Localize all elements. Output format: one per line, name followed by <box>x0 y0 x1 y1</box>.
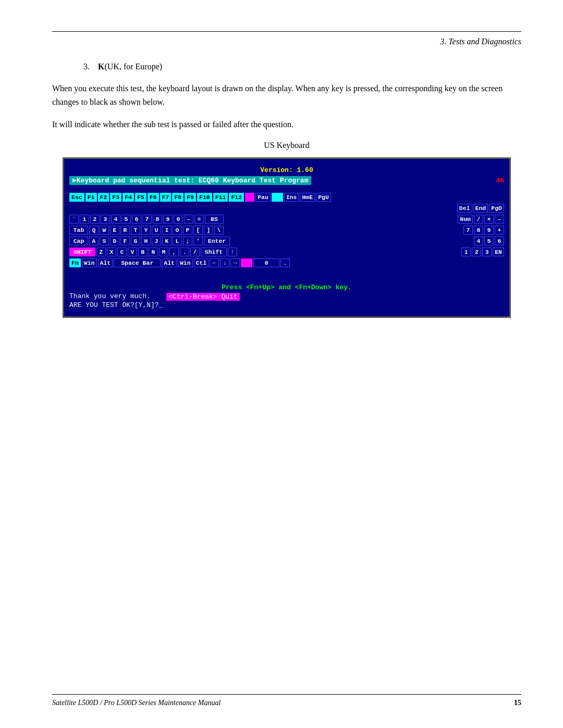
page-number: 15 <box>514 699 521 707</box>
item-rest: (UK, for Europe) <box>104 62 162 71</box>
thank-you-text: Thank you very much. <box>69 292 151 300</box>
key-d: D <box>110 237 119 245</box>
key-pgu: PgU <box>316 193 331 202</box>
key-m: M <box>159 248 168 256</box>
item-key: K <box>98 62 104 71</box>
key-enter: Enter <box>204 237 230 245</box>
key-0: 0 <box>174 215 183 224</box>
key-quote: ' <box>193 237 203 245</box>
item-number: 3. <box>83 62 90 71</box>
key-e: E <box>110 226 119 235</box>
key-f1: F1 <box>85 193 97 202</box>
key-cap: Cap <box>69 237 88 245</box>
key-i: I <box>162 226 172 235</box>
press-text: Press <Fn+Up> and <Fn+Down> key. <box>222 283 352 291</box>
key-shift-left: SHIFT <box>69 248 95 256</box>
key-f3: F3 <box>110 193 121 202</box>
key-j: J <box>152 237 161 245</box>
key-f2: F2 <box>98 193 109 202</box>
para1: When you execute this test, the keyboard… <box>52 82 521 108</box>
key-scr <box>272 193 283 202</box>
key-numdot: . <box>280 258 290 267</box>
key-9: 9 <box>163 215 173 224</box>
footer-manual: Satellite L500D / Pro L500D Series Maint… <box>52 699 221 707</box>
key-blank1 <box>245 193 254 202</box>
key-f10: F10 <box>197 193 212 202</box>
key-f7: F7 <box>160 193 172 202</box>
key-slash: / <box>190 248 200 256</box>
key-num0: 0 <box>253 258 279 267</box>
key-g: G <box>131 237 140 245</box>
keyboard-row-bottom: Fn Win Alt Space Bar Alt Win Ctl ← ↓ → 0… <box>69 258 504 267</box>
list-item-3: 3. K(UK, for Europe) <box>83 62 521 71</box>
key-esc: Esc <box>69 193 84 202</box>
key-5: 5 <box>121 215 131 224</box>
keyboard-row-tab: Tab Q W E R T Y U I O P [ ] \ 7 8 9 + <box>69 226 504 235</box>
key-3: 3 <box>101 215 110 224</box>
key-p: P <box>183 226 192 235</box>
key-f11: F11 <box>213 193 228 202</box>
key-alt-right: Alt <box>162 258 177 267</box>
key-rbracket: ] <box>204 226 213 235</box>
key-period: . <box>180 248 189 256</box>
key-ins: Ins <box>284 193 299 202</box>
key-numslash: / <box>474 215 483 224</box>
key-numstar: × <box>484 215 494 224</box>
key-f12: F12 <box>229 193 244 202</box>
key-pau: Pau <box>255 193 271 202</box>
badge: 46 <box>496 177 504 184</box>
key-left: ← <box>210 258 219 267</box>
subtitle-text: ►Keyboard pad sequential test: ECQ60 Key… <box>69 176 311 185</box>
key-num9: 9 <box>484 226 494 235</box>
footer-area: Satellite L500D / Pro L500D Series Maint… <box>52 694 521 707</box>
key-n: N <box>149 248 158 256</box>
key-spacer2 <box>225 229 462 230</box>
key-equals: = <box>194 215 204 224</box>
dos-bottom: Press <Fn+Up> and <Fn+Down> key. <box>69 283 504 291</box>
key-w: W <box>100 226 109 235</box>
key-spacer3 <box>231 240 473 241</box>
key-y: Y <box>141 226 151 235</box>
thank-ctrl-row: Thank you very much. <Ctrl-Break> Quit <box>69 292 504 301</box>
chapter-title: 3. Tests and Diagnostics <box>440 37 521 46</box>
key-num2: 2 <box>472 248 481 256</box>
key-u: U <box>152 226 161 235</box>
top-rule <box>52 31 521 32</box>
key-semicolon: ; <box>183 237 192 245</box>
key-del: Del <box>457 204 472 213</box>
key-l: L <box>173 237 182 245</box>
page-container: 3. Tests and Diagnostics 3. K(UK, for Eu… <box>0 0 563 728</box>
key-end: End <box>473 204 488 213</box>
key-t: T <box>131 226 140 235</box>
keyboard-row-fn: Esc F1 F2 F3 F4 F5 F6 F7 F8 F9 F10 F11 F… <box>69 193 504 202</box>
key-num6: 6 <box>495 237 504 245</box>
key-q: Q <box>89 226 99 235</box>
key-comma: , <box>169 248 179 256</box>
keyboard-title: US Keyboard <box>52 141 521 150</box>
key-f8: F8 <box>172 193 183 202</box>
key-right: → <box>230 258 240 267</box>
key-num: Num <box>458 215 473 224</box>
key-f9: F9 <box>185 193 196 202</box>
key-blank2 <box>241 258 252 267</box>
key-8: 8 <box>153 215 162 224</box>
key-num4: 4 <box>474 237 483 245</box>
key-f: F <box>120 237 130 245</box>
bottom-footer: Satellite L500D / Pro L500D Series Maint… <box>52 699 521 707</box>
key-7: 7 <box>142 215 152 224</box>
key-num8: 8 <box>474 226 483 235</box>
key-x: X <box>107 248 116 256</box>
are-you-text: ARE YOU TEST OK?[Y,N]?_ <box>69 301 504 309</box>
key-backslash: \ <box>214 226 224 235</box>
key-6: 6 <box>132 215 141 224</box>
key-hme: HmE <box>300 193 315 202</box>
key-f4: F4 <box>123 193 134 202</box>
key-down: ↓ <box>220 258 229 267</box>
key-b: B <box>138 248 148 256</box>
key-numminus: – <box>495 215 504 224</box>
key-spacer4 <box>238 251 460 252</box>
key-k: K <box>162 237 172 245</box>
key-f5: F5 <box>135 193 146 202</box>
key-1: 1 <box>80 215 89 224</box>
keyboard-row-cap: Cap A S D F G H J K L ; ' Enter 4 5 6 <box>69 237 504 245</box>
